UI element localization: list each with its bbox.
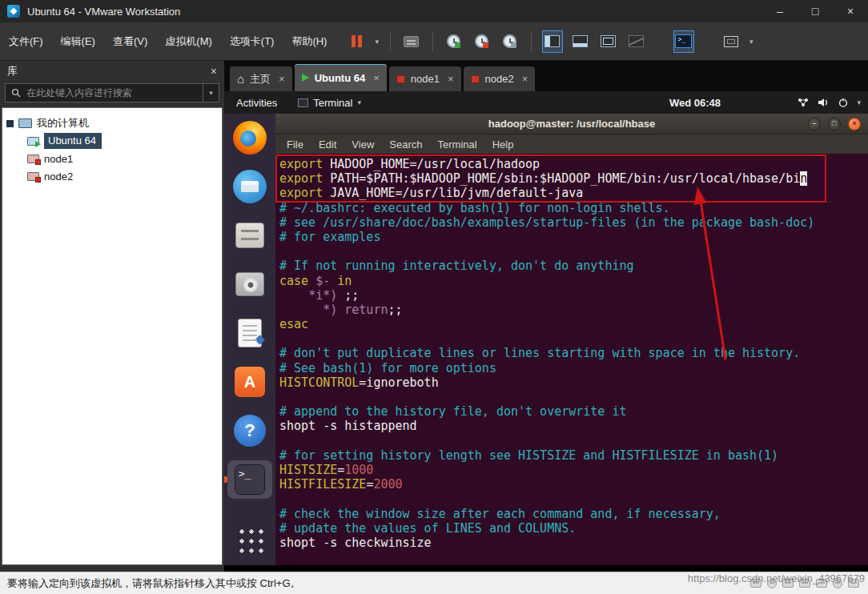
toolbar-separator <box>432 32 433 51</box>
terminal-line: HISTCONTROL=ignoreboth <box>279 375 868 390</box>
tab-close-icon[interactable]: × <box>448 73 454 85</box>
tree-item-ubuntu64[interactable]: Ubuntu 64 <box>6 132 218 150</box>
activities-button[interactable]: Activities <box>236 97 277 109</box>
terminal-screen[interactable]: export HADOOP_HOME=/usr/local/hadoopexpo… <box>275 154 868 565</box>
text-editor-icon <box>238 319 262 347</box>
terminal-menu-view[interactable]: View <box>352 138 374 151</box>
terminal-menu-search[interactable]: Search <box>389 138 422 151</box>
terminal-line: # ~/.bashrc: executed by bash(1) for non… <box>279 201 868 215</box>
tree-label: 我的计算机 <box>37 116 89 130</box>
dock-software-icon[interactable]: A <box>227 363 272 401</box>
terminal-app-icon <box>298 98 308 107</box>
menu-file[interactable]: 文件(F) <box>0 30 52 54</box>
snapshot-manager-button[interactable] <box>500 31 520 52</box>
thunderbird-icon <box>233 170 267 203</box>
terminal-line: export JAVA_HOME=/usr/lib/jvm/default-ja… <box>279 186 868 200</box>
dock-media-player-icon[interactable] <box>227 265 272 303</box>
main-area: 库 × 在此处键入内容进行搜索 ▾ 我的计算机 Ubuntu 64 <box>0 61 868 572</box>
window-controls: – □ × <box>762 0 868 22</box>
unity-view-icon <box>629 35 644 47</box>
menu-view[interactable]: 查看(V) <box>104 30 156 54</box>
take-snapshot-button[interactable] <box>444 31 464 52</box>
dock-text-editor-icon[interactable] <box>227 314 272 352</box>
terminal-line: # If not running interactively, don't do… <box>279 259 868 273</box>
network-icon <box>798 98 809 107</box>
desktop: A ? >_ hadoop@master: /usr/local/hbase –… <box>224 114 868 565</box>
terminal-menu-file[interactable]: File <box>287 138 303 151</box>
library-close-button[interactable]: × <box>211 65 217 78</box>
dock-thunderbird-icon[interactable] <box>227 167 272 206</box>
terminal-line <box>279 492 868 506</box>
show-thumbnail-bar-toggle[interactable] <box>571 31 590 52</box>
tab-node2[interactable]: node2 × <box>464 66 536 91</box>
suspend-menu-caret-icon[interactable]: ▾ <box>375 38 379 46</box>
tree-item-my-computer[interactable]: 我的计算机 <box>6 114 218 132</box>
show-console-toggle[interactable]: >_ <box>674 31 693 52</box>
tree-item-node2[interactable]: node2 <box>6 167 218 185</box>
library-panel: 库 × 在此处键入内容进行搜索 ▾ 我的计算机 Ubuntu 64 <box>0 61 224 572</box>
tree-label: node1 <box>44 153 73 165</box>
tree-label: node2 <box>44 171 73 183</box>
tab-close-icon[interactable]: × <box>522 73 528 85</box>
system-status-area[interactable]: ▾ <box>798 98 861 107</box>
unity-view-button[interactable] <box>627 31 646 52</box>
show-library-toggle[interactable] <box>543 31 562 52</box>
menu-edit[interactable]: 编辑(E) <box>52 30 104 54</box>
dock-show-apps-button[interactable] <box>227 520 272 559</box>
vm-console[interactable]: Activities Terminal ▾ Wed 06:48 ▾ <box>224 91 868 572</box>
suspend-button[interactable] <box>347 31 366 52</box>
terminal-titlebar[interactable]: hadoop@master: /usr/local/hbase – □ × <box>275 114 868 134</box>
clock[interactable]: Wed 06:48 <box>669 97 721 109</box>
app-menu-label: Terminal <box>313 97 352 109</box>
tab-ubuntu64[interactable]: Ubuntu 64 × <box>295 64 387 91</box>
library-panel-icon <box>545 35 560 47</box>
console-icon: >_ <box>675 34 692 48</box>
search-dropdown-caret-icon[interactable]: ▾ <box>203 84 219 102</box>
terminal-icon: >_ <box>235 464 265 495</box>
media-player-icon <box>235 272 264 296</box>
menu-tabs[interactable]: 选项卡(T) <box>221 30 283 54</box>
dock: A ? >_ <box>224 114 275 565</box>
tab-close-icon[interactable]: × <box>279 73 285 85</box>
tree-expander-icon[interactable] <box>6 120 14 127</box>
tab-bar: ⌂ 主页 × Ubuntu 64 × node1 × node2 <box>224 61 868 91</box>
fullscreen-icon <box>724 36 738 47</box>
window-minimize-button[interactable]: – <box>762 0 798 22</box>
terminal-menu-help[interactable]: Help <box>492 138 514 151</box>
dock-firefox-icon[interactable] <box>227 118 272 157</box>
help-icon: ? <box>234 415 266 447</box>
window-titlebar: Ubuntu 64 - VMware Workstation – □ × <box>0 0 868 22</box>
tab-label: node1 <box>411 73 440 85</box>
dock-terminal-icon[interactable]: >_ <box>227 460 272 499</box>
menu-help[interactable]: 帮助(H) <box>283 30 336 54</box>
ctrl-alt-del-button[interactable] <box>402 31 421 52</box>
vm-running-icon <box>27 137 39 146</box>
thumbnail-bar-icon <box>573 35 588 47</box>
terminal-minimize-button[interactable]: – <box>808 118 821 130</box>
terminal-close-button[interactable]: × <box>848 118 861 130</box>
revert-snapshot-button[interactable] <box>472 31 492 52</box>
window-close-button[interactable]: × <box>833 0 868 22</box>
console-view-button[interactable] <box>599 31 618 52</box>
tree-item-node1[interactable]: node1 <box>6 150 218 167</box>
status-caret-icon: ▾ <box>857 98 861 106</box>
terminal-window: hadoop@master: /usr/local/hbase – □ × Fi… <box>275 114 868 565</box>
dock-files-icon[interactable] <box>227 216 272 255</box>
terminal-menu-edit[interactable]: Edit <box>319 138 336 151</box>
terminal-lines: export HADOOP_HOME=/usr/local/hadoopexpo… <box>279 157 868 550</box>
fullscreen-menu-caret-icon[interactable]: ▾ <box>749 38 753 46</box>
tab-close-icon[interactable]: × <box>373 72 380 84</box>
menu-vm[interactable]: 虚拟机(M) <box>156 30 221 54</box>
tab-home[interactable]: ⌂ 主页 × <box>230 66 292 91</box>
terminal-line: shopt -s histappend <box>279 419 868 433</box>
window-maximize-button[interactable]: □ <box>798 0 833 22</box>
terminal-line: # for examples <box>279 230 868 244</box>
app-menu[interactable]: Terminal ▾ <box>298 97 361 109</box>
fullscreen-button[interactable] <box>721 31 741 52</box>
terminal-menu-terminal[interactable]: Terminal <box>438 138 477 151</box>
terminal-maximize-button[interactable]: □ <box>828 118 841 130</box>
dock-help-icon[interactable]: ? <box>227 411 272 450</box>
tab-node1[interactable]: node1 × <box>389 66 461 91</box>
terminal-line: HISTSIZE=1000 <box>279 463 868 477</box>
library-search-input[interactable]: 在此处键入内容进行搜索 ▾ <box>5 83 219 102</box>
